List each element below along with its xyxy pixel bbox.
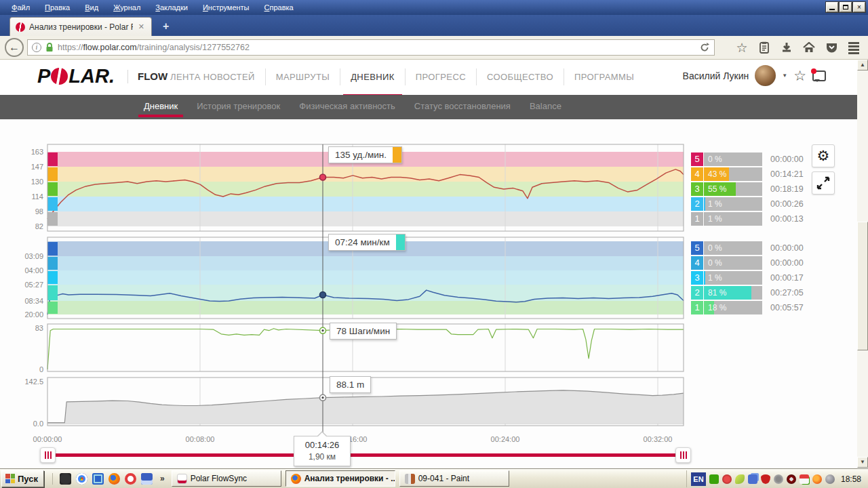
page-scrollbar[interactable]: ▲ ▼ xyxy=(857,60,868,468)
nav-community[interactable]: СООБЩЕСТВО xyxy=(477,68,564,85)
tray-sphere-icon[interactable] xyxy=(825,474,835,484)
subnav-balance[interactable]: Balance xyxy=(520,95,571,119)
cadence-tooltip: 78 Шаги/мин xyxy=(330,323,397,340)
time-range-slider[interactable] xyxy=(47,453,684,457)
nav-programs[interactable]: ПРОГРАММЫ xyxy=(564,68,644,85)
bookmarks-panel-icon[interactable] xyxy=(755,39,773,56)
fullscreen-button[interactable] xyxy=(812,171,835,195)
quicklaunch-opera-icon[interactable] xyxy=(125,473,136,485)
home-icon[interactable] xyxy=(800,39,818,56)
tray-mail-icon[interactable] xyxy=(800,474,809,484)
zone-time: 00:00:26 xyxy=(770,197,804,211)
quick-launch: » xyxy=(52,473,167,485)
slider-handle-right[interactable] xyxy=(675,447,691,463)
tab-close-icon[interactable]: ✕ xyxy=(137,22,146,31)
subnav-activity[interactable]: Физическая активность xyxy=(290,95,405,119)
taskbar-button-browser[interactable]: Анализ тренировки - ... xyxy=(285,470,395,487)
tray-bug-icon[interactable] xyxy=(722,474,732,484)
altitude-tooltip-value: 88.1 m xyxy=(330,377,370,392)
start-button[interactable]: Пуск xyxy=(1,470,44,487)
scroll-down-button[interactable]: ▼ xyxy=(857,457,868,468)
zone-bar-track: 0 % xyxy=(704,152,762,166)
zone-time: 00:00:13 xyxy=(770,212,804,226)
window-close-button[interactable]: × xyxy=(853,2,865,12)
tray-security-icon[interactable] xyxy=(812,474,822,484)
url-bar[interactable]: i https://flow.polar.com/training/analys… xyxy=(27,39,715,56)
subnav-recovery-status[interactable]: Статус восстановления xyxy=(405,95,520,119)
zone-time: 00:00:00 xyxy=(770,241,804,255)
tray-recorder-icon[interactable] xyxy=(787,474,796,484)
nav-feed[interactable]: ЛЕНТА НОВОСТЕЙ xyxy=(160,68,266,85)
subnav-training-history[interactable]: История тренировок xyxy=(187,95,290,119)
quicklaunch-overflow-button[interactable]: » xyxy=(157,474,167,483)
expand-icon xyxy=(816,176,831,190)
quicklaunch-save-icon[interactable] xyxy=(141,473,153,485)
reload-icon[interactable] xyxy=(699,42,710,53)
taskbar-button-flowsync[interactable]: Polar FlowSync xyxy=(172,470,281,487)
browser-menubar: Файл Правка Вид Журнал Закладки Инструме… xyxy=(0,0,868,15)
minimize-icon xyxy=(829,9,835,10)
zone-number: 1 xyxy=(691,212,703,226)
nav-diary[interactable]: ДНЕВНИК xyxy=(340,68,406,85)
quicklaunch-mediaget-icon[interactable] xyxy=(60,473,71,485)
zone-number: 5 xyxy=(691,152,703,166)
tray-leaf-icon[interactable] xyxy=(735,474,745,484)
hamburger-menu-icon[interactable] xyxy=(845,39,863,56)
user-avatar[interactable] xyxy=(755,65,776,86)
tray-shield-icon[interactable] xyxy=(761,474,770,484)
menu-help[interactable]: Справка xyxy=(257,0,301,15)
menu-bookmarks[interactable]: Закладки xyxy=(148,0,195,15)
window-restore-button[interactable] xyxy=(840,2,852,12)
zone-percent: 0 % xyxy=(708,241,722,255)
taskbar-button-paint[interactable]: 09-041 - Paint xyxy=(399,470,509,487)
window-minimize-button[interactable] xyxy=(826,2,838,12)
nav-progress[interactable]: ПРОГРЕСС xyxy=(406,68,477,85)
quicklaunch-chrome-icon[interactable] xyxy=(76,473,87,485)
new-tab-button[interactable]: + xyxy=(157,20,174,33)
tray-network-icon[interactable] xyxy=(748,474,757,484)
zone-percent: 0 % xyxy=(708,256,722,270)
chart-settings-button[interactable]: ⚙ xyxy=(812,144,835,167)
pocket-icon[interactable] xyxy=(823,39,840,56)
bookmark-star-icon[interactable]: ☆ xyxy=(733,39,751,56)
menu-history[interactable]: Журнал xyxy=(106,0,148,15)
menu-file[interactable]: Файл xyxy=(4,0,37,15)
subnav-diary[interactable]: Дневник xyxy=(134,95,187,119)
menu-edit[interactable]: Правка xyxy=(37,0,77,15)
notification-badge xyxy=(811,68,816,74)
zone-time: 00:05:57 xyxy=(770,301,804,314)
back-button[interactable]: ← xyxy=(5,38,24,57)
x-tick-4: 00:32:00 xyxy=(644,435,673,443)
downloads-icon[interactable] xyxy=(778,39,795,56)
polar-logo[interactable]: POLAR. xyxy=(37,65,115,87)
paint-icon xyxy=(405,474,415,484)
nav-routes[interactable]: МАРШРУТЫ xyxy=(266,68,340,85)
heart-rate-zone-tag xyxy=(393,147,401,163)
pace-zone-row-1: 1 18 % 00:05:57 xyxy=(691,301,857,314)
favorites-star-icon[interactable]: ☆ xyxy=(793,68,806,84)
browser-tab[interactable]: Анализ тренировки - Polar F... ✕ xyxy=(9,17,152,36)
notifications-icon[interactable] xyxy=(812,70,826,81)
logo-text-rest: LAR. xyxy=(68,65,115,87)
scroll-up-button[interactable]: ▲ xyxy=(857,60,868,70)
zone-percent: 1 % xyxy=(708,271,722,285)
user-menu[interactable]: Василий Лукин ▼ ☆ xyxy=(683,65,826,86)
taskbar-clock: 18:58 xyxy=(838,474,867,484)
altitude-tooltip: 88.1 m xyxy=(330,376,371,393)
page-info-icon[interactable]: i xyxy=(32,43,41,52)
scrollbar-thumb[interactable] xyxy=(857,222,868,350)
quicklaunch-mail-icon[interactable] xyxy=(92,473,104,485)
language-indicator[interactable]: EN xyxy=(691,472,706,486)
menu-view[interactable]: Вид xyxy=(77,0,106,15)
chevron-down-icon[interactable]: ▼ xyxy=(782,73,787,79)
tray-webcam-icon[interactable] xyxy=(774,474,783,484)
tray-antivirus-a-icon[interactable] xyxy=(709,474,719,484)
screen: Файл Правка Вид Журнал Закладки Инструме… xyxy=(0,0,868,488)
start-label: Пуск xyxy=(18,474,38,484)
slider-handle-left[interactable] xyxy=(40,447,56,463)
zone-percent: 55 % xyxy=(708,182,726,196)
https-padlock-icon[interactable] xyxy=(45,43,54,52)
menu-tools[interactable]: Инструменты xyxy=(195,0,257,15)
quicklaunch-firefox-icon[interactable] xyxy=(108,473,120,485)
zone-bar-track: 1 % xyxy=(704,212,762,226)
